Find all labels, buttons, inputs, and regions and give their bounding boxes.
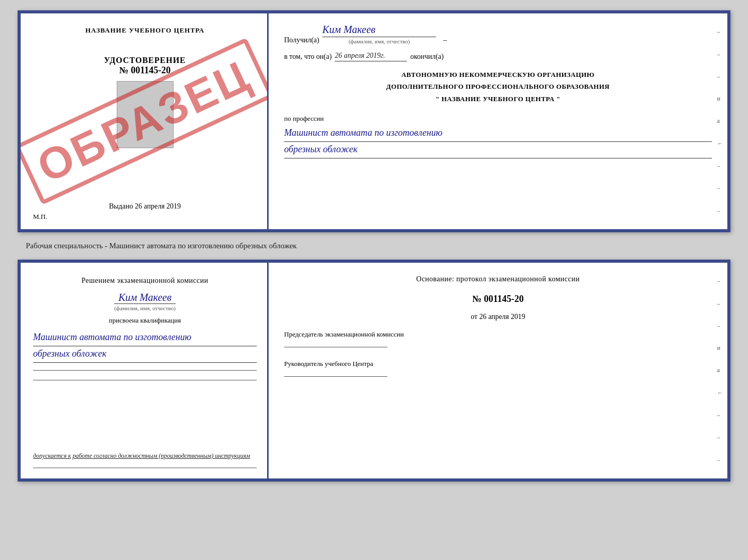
recipient-name: Ким Макеев (322, 24, 436, 37)
bottom-fio-label: (фамилия, имя, отчество) (114, 303, 176, 311)
org-line2: ДОПОЛНИТЕЛЬНОГО ПРОФЕССИОНАЛЬНОГО ОБРАЗО… (284, 81, 712, 92)
bottom-name-col: Ким Макеев (фамилия, имя, отчество) (114, 292, 176, 311)
bottom-profession-line1: Машинист автомата по изготовлению (33, 330, 257, 346)
protocol-number: № 001145-20 (284, 294, 712, 305)
predsedatel-block: Председатель экзаменационной комиссии (284, 329, 712, 351)
completion-date: 26 апреля 2019г. (335, 52, 407, 61)
vydano-line: Выдано 26 апреля 2019 (109, 202, 181, 211)
decision-text: Решением экзаменационной комиссии (33, 275, 257, 286)
predsedatel-sig-line (284, 347, 387, 347)
bottom-cert-right: Основание: протокол экзаменационной коми… (269, 263, 727, 478)
bottom-cert-left: Решением экзаменационной комиссии Ким Ма… (21, 263, 269, 478)
fio-label: (фамилия, имя, отчество) (349, 38, 410, 44)
photo-placeholder (117, 81, 174, 148)
protocol-date: от 26 апреля 2019 (284, 313, 712, 321)
top-certificate: НАЗВАНИЕ УЧЕБНОГО ЦЕНТРА ОБРАЗЕЦ УДОСТОВ… (18, 10, 730, 232)
okonchal-label: окончил(а) (410, 53, 444, 61)
udostoverenie-label: УДОСТОВЕРЕНИЕ (104, 56, 186, 65)
dopuskaetsya-block: допускается к работе согласно должностны… (33, 451, 257, 460)
vydano-label: Выдано (109, 202, 133, 210)
po-professii-block: по профессии Машинист автомата по изгото… (284, 112, 712, 158)
bottom-recipient-name: Ким Макеев (118, 292, 172, 303)
prisvoena-text: присвоена квалификация (33, 316, 257, 325)
profession-line1: Машинист автомата по изготовлению (284, 125, 712, 142)
vydano-date: 26 апреля 2019 (135, 202, 181, 210)
bottom-profession-line2: обрезных обложек (33, 346, 257, 363)
vtom-label: в том, что он(а) (284, 53, 332, 61)
side-dashes: – – – и а ← – – – (717, 13, 723, 229)
udostoverenie-block: УДОСТОВЕРЕНИЕ № 001145-20 (104, 56, 186, 76)
top-cert-right: Получил(а) Ким Макеев (фамилия, имя, отч… (269, 13, 727, 229)
dopuskaetsya-prefix: допускается к (33, 452, 71, 459)
top-cert-left: НАЗВАНИЕ УЧЕБНОГО ЦЕНТРА ОБРАЗЕЦ УДОСТОВ… (21, 13, 269, 229)
rukovoditel-sig-line (284, 376, 387, 377)
dopuskaetsya-underline: работе согласно должностным (производств… (72, 452, 250, 459)
predsedatel-label: Председатель экзаменационной комиссии (284, 329, 712, 340)
vtom-row: в том, что он(а) 26 апреля 2019г. окончи… (284, 52, 712, 61)
mp-label: М.П. (33, 213, 47, 221)
protocol-date-value: 26 апреля 2019 (479, 313, 525, 321)
separator-text: Рабочая специальность - Машинист автомат… (10, 242, 297, 250)
name-col: Ким Макеев (фамилия, имя, отчество) (322, 24, 436, 44)
ot-label: от (471, 313, 477, 321)
separator-line-1 (33, 370, 257, 371)
org-block: АВТОНОМНУЮ НЕКОММЕРЧЕСКУЮ ОРГАНИЗАЦИЮ ДО… (284, 69, 712, 105)
rukovoditel-label: Руководитель учебного Центра (284, 359, 712, 370)
bottom-side-dashes: – – – и а ← – – – (717, 263, 723, 478)
separator-line-3 (33, 468, 257, 468)
poluchil-label: Получил(а) (284, 36, 319, 44)
school-name-top: НАЗВАНИЕ УЧЕБНОГО ЦЕНТРА (85, 26, 205, 35)
osnovaniye-label: Основание: протокол экзаменационной коми… (416, 275, 580, 283)
dash-after-name: – (443, 36, 447, 44)
separator-line-2 (33, 380, 257, 380)
bottom-certificate: Решением экзаменационной комиссии Ким Ма… (18, 260, 730, 482)
po-professii-label: по профессии (284, 115, 324, 122)
bottom-profession-block: Машинист автомата по изготовлению обрезн… (33, 330, 257, 363)
osnovaniye-block: Основание: протокол экзаменационной коми… (284, 273, 712, 285)
org-line3: " НАЗВАНИЕ УЧЕБНОГО ЦЕНТРА " (284, 93, 712, 105)
poluchil-row: Получил(а) Ким Макеев (фамилия, имя, отч… (284, 24, 712, 44)
udostoverenie-number: № 001145-20 (104, 65, 186, 76)
rukovoditel-block: Руководитель учебного Центра (284, 359, 712, 380)
org-line1: АВТОНОМНУЮ НЕКОММЕРЧЕСКУЮ ОРГАНИЗАЦИЮ (284, 69, 712, 81)
dopuskaetsya-text: работе согласно должностным (производств… (72, 452, 250, 459)
profession-line2: обрезных обложек (284, 142, 712, 158)
